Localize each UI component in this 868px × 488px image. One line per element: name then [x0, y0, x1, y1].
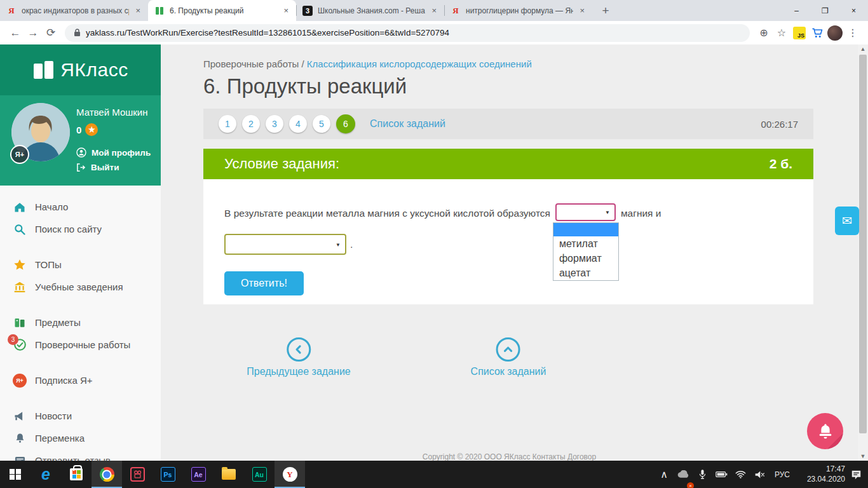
breadcrumb-parent-link[interactable]: Проверочные работы: [203, 58, 299, 69]
my-profile-link[interactable]: Мой профиль: [76, 147, 151, 158]
browser-toolbar: ← → ⟳ yaklass.ru/TestWorkRun/Exercise?te…: [0, 21, 868, 44]
js-extension-icon[interactable]: JS: [790, 24, 808, 42]
question-line-1: В результате реакции металла магния с ук…: [224, 203, 792, 224]
sidebar-item-subjects[interactable]: Предметы: [0, 311, 161, 334]
window-minimize-button[interactable]: –: [782, 0, 811, 21]
browser-tab-strip: Я окрас индикаторов в разных ср × 6. Про…: [0, 0, 868, 21]
dropdown-option-metilat[interactable]: метилат: [553, 236, 618, 251]
yaklass-logo[interactable]: ЯКласс: [0, 44, 161, 95]
tray-expand-chevron[interactable]: ∧: [656, 461, 672, 488]
previous-task-link[interactable]: Предыдущее задание: [247, 337, 350, 377]
sidebar-item-label: Новости: [35, 410, 72, 421]
dropdown-option-blank-highlighted[interactable]: [553, 223, 618, 236]
exercise-nav-bar: 1 2 3 4 5 6 Список заданий 00:26:17: [203, 109, 813, 139]
breadcrumb-current-link[interactable]: Классификация кислородсодержащих соедине…: [307, 58, 532, 69]
sidebar: ЯКласс Я+ Матвей Мошкин 0 ★ Мой профиль …: [0, 44, 161, 461]
audition-icon: Au: [252, 467, 267, 482]
bookmark-star-icon[interactable]: ☆: [773, 24, 790, 42]
browser-menu-icon[interactable]: ⋮: [844, 24, 862, 42]
chevron-down-icon: ▼: [605, 210, 610, 215]
feedback-mail-widget[interactable]: ✉: [835, 207, 859, 235]
taskbar-edge[interactable]: e: [31, 461, 61, 488]
product-select-1[interactable]: ▼: [555, 203, 616, 221]
taskbar-aftereffects[interactable]: Ae: [183, 461, 214, 488]
windows-taskbar: e Ps Ae Au Y ∧ × РУС 17:47 23.04.2020: [0, 461, 868, 488]
exercise-1-button[interactable]: 1: [219, 115, 236, 133]
taskbar-store[interactable]: [61, 461, 92, 488]
tab-title: 6. Продукты реакций: [170, 6, 277, 15]
sidebar-item-break[interactable]: Переменка: [0, 427, 161, 449]
address-bar[interactable]: yaklass.ru/TestWorkRun/Exercise?testResu…: [65, 24, 750, 42]
cart-extension-icon[interactable]: [808, 24, 826, 42]
product-select-2[interactable]: ▼: [224, 234, 346, 255]
previous-task-label: Предыдущее задание: [247, 366, 350, 377]
wifi-tray-icon[interactable]: [732, 461, 749, 488]
start-button[interactable]: [0, 461, 31, 488]
battery-tray-icon[interactable]: [713, 461, 729, 488]
page-scrollbar[interactable]: ▲ ▼: [858, 44, 868, 461]
avatar-yaplus-badge: Я+: [10, 145, 29, 164]
exercise-3-button[interactable]: 3: [266, 115, 283, 133]
points-value: 0: [76, 125, 81, 135]
reload-button[interactable]: ⟳: [42, 24, 60, 42]
exercise-2-button[interactable]: 2: [242, 115, 260, 133]
dropdown-option-acetat[interactable]: ацетат: [553, 266, 618, 280]
sidebar-item-tops[interactable]: ТОПы: [0, 254, 161, 276]
taskbar-video-editor[interactable]: [122, 461, 153, 488]
sidebar-item-institutions[interactable]: Учебные заведения: [0, 276, 161, 298]
onedrive-icon[interactable]: ×: [675, 461, 691, 488]
action-center-icon[interactable]: [848, 461, 864, 488]
tab-3[interactable]: 3 Школьные Знания.com - Решае ×: [296, 0, 444, 21]
task-list-bottom-link[interactable]: Список заданий: [471, 337, 546, 377]
sidebar-item-news[interactable]: Новости: [0, 405, 161, 427]
window-close-button[interactable]: ×: [839, 0, 868, 21]
notification-bell-button[interactable]: [807, 413, 843, 449]
task-list-link[interactable]: Список заданий: [370, 118, 445, 130]
tab-4[interactable]: Я нитроглицерин формула — Янд ×: [444, 0, 592, 21]
photoshop-icon: Ps: [161, 467, 175, 482]
new-tab-button[interactable]: +: [597, 4, 614, 18]
scrollbar-thumb[interactable]: [859, 55, 867, 433]
logout-icon: [76, 163, 86, 172]
taskbar-clock[interactable]: 17:47 23.04.2020: [797, 464, 845, 484]
microphone-tray-icon[interactable]: [694, 461, 710, 488]
tab-2-active[interactable]: 6. Продукты реакций ×: [148, 0, 296, 21]
browser-profile-avatar[interactable]: [826, 24, 844, 42]
taskbar-file-explorer[interactable]: [214, 461, 244, 488]
tab-1[interactable]: Я окрас индикаторов в разных ср ×: [0, 0, 148, 21]
timer: 00:26:17: [761, 119, 798, 130]
sidebar-item-subscription[interactable]: Я+ Подписка Я+: [0, 369, 161, 391]
sidebar-item-home[interactable]: Начало: [0, 196, 161, 218]
sidebar-item-search[interactable]: Поиск по сайту: [0, 218, 161, 240]
clock-date: 23.04.2020: [797, 475, 845, 485]
taskbar-photoshop[interactable]: Ps: [153, 461, 183, 488]
sidebar-item-label: Проверочные работы: [35, 339, 130, 350]
back-button[interactable]: ←: [6, 24, 24, 42]
sidebar-item-tests[interactable]: 3 Проверочные работы: [0, 334, 161, 356]
tab-close-icon[interactable]: ×: [134, 6, 142, 15]
profile-icon: [76, 147, 86, 158]
exercise-4-button[interactable]: 4: [289, 115, 307, 133]
scrollbar-up-arrow[interactable]: ▲: [858, 46, 868, 52]
taskbar-yandex-browser-active[interactable]: Y: [275, 461, 305, 488]
scrollbar-down-arrow[interactable]: ▼: [858, 453, 868, 459]
zoom-page-icon[interactable]: ⊕: [755, 24, 773, 42]
exercise-6-button-active[interactable]: 6: [336, 114, 355, 133]
home-icon: [13, 200, 27, 214]
forward-button[interactable]: →: [24, 24, 42, 42]
sidebar-item-feedback[interactable]: Отправить отзыв: [0, 449, 161, 461]
language-indicator[interactable]: РУС: [770, 470, 794, 479]
answer-button[interactable]: Ответить!: [224, 271, 304, 295]
taskbar-audition[interactable]: Au: [244, 461, 275, 488]
volume-muted-tray-icon[interactable]: [751, 461, 768, 488]
tab-close-icon[interactable]: ×: [282, 6, 290, 15]
exercise-5-button[interactable]: 5: [313, 115, 330, 133]
windows-logo-icon: [10, 469, 21, 480]
product-select-1-dropdown: метилат формиат ацетат: [553, 222, 619, 281]
dropdown-option-formiat[interactable]: формиат: [553, 251, 618, 266]
tab-close-icon[interactable]: ×: [578, 6, 586, 15]
logout-link[interactable]: Выйти: [76, 163, 119, 172]
taskbar-chrome-active[interactable]: [92, 461, 122, 488]
window-maximize-button[interactable]: ❐: [811, 0, 839, 21]
tab-close-icon[interactable]: ×: [430, 6, 438, 15]
